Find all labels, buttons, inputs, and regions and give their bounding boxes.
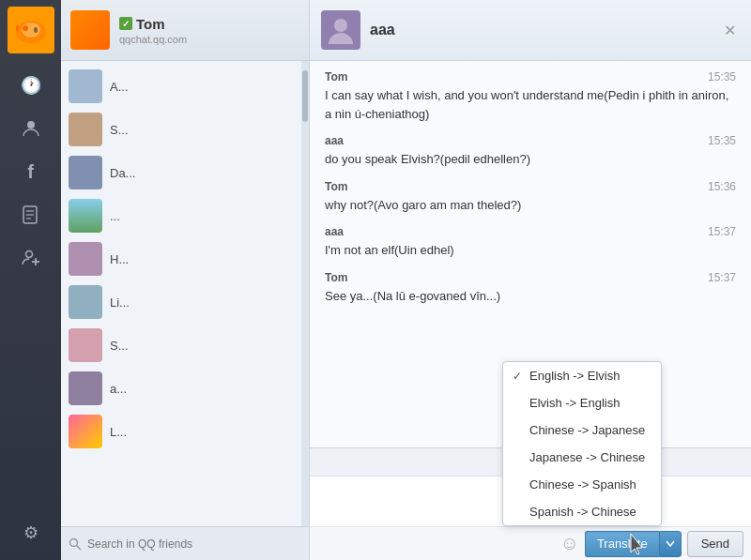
contact-name: ... [110, 209, 120, 223]
facebook-icon[interactable]: f [13, 154, 49, 189]
avatar [69, 371, 102, 405]
message-sender: Tom [325, 70, 347, 83]
message-sender: aaa [325, 225, 344, 238]
message-time: 15:37 [708, 271, 736, 284]
recipient-avatar [321, 10, 360, 50]
search-icon [69, 537, 82, 551]
avatar [69, 415, 102, 448]
dropdown-item-japanese-chinese[interactable]: Japanese -> Chinese [503, 444, 661, 471]
settings-icon[interactable]: ⚙ [13, 515, 49, 551]
message-text: I can say what I wish, and you won't und… [325, 86, 736, 123]
contact-name: H... [110, 252, 129, 266]
chat-header: aaa ✕ [310, 0, 751, 61]
contact-name: S... [110, 123, 129, 137]
contact-name: S... [110, 339, 129, 353]
avatar [69, 69, 102, 103]
message-meta: Tom 15:36 [325, 180, 736, 193]
avatar [69, 328, 102, 362]
chat-recipient-name: aaa [370, 22, 395, 38]
message-time: 15:37 [708, 225, 736, 238]
dropdown-item-chinese-japanese[interactable]: Chinese -> Japanese [503, 416, 661, 444]
contact-name: a... [110, 382, 127, 396]
svg-line-13 [77, 545, 82, 550]
contact-name: A... [110, 80, 129, 94]
contact-name: Li... [110, 295, 130, 310]
avatar [69, 199, 102, 233]
message-text: why not?(Avo garo am man theled?) [325, 196, 736, 215]
list-item[interactable]: A... [61, 65, 309, 108]
contacts-icon[interactable] [13, 111, 49, 146]
contact-header: ✓ Tom qqchat.qq.com [61, 0, 309, 61]
contact-panel: ✓ Tom qqchat.qq.com A... S... Da... ... … [61, 0, 310, 560]
svg-point-9 [25, 251, 32, 258]
chat-area: aaa ✕ Tom 15:35 I can say what I wish, a… [310, 0, 751, 560]
message-time: 15:36 [708, 180, 736, 193]
message-block: Tom 15:35 I can say what I wish, and you… [325, 70, 736, 123]
user-info: ✓ Tom qqchat.qq.com [119, 16, 299, 45]
list-item[interactable]: Li... [61, 280, 309, 324]
dropdown-item-elvish-english[interactable]: Elvish -> English [503, 389, 661, 416]
svg-point-12 [70, 538, 78, 546]
check-icon: ✓ [513, 370, 522, 383]
translate-dropdown: ✓ English -> Elvish Elvish -> English Ch… [502, 361, 662, 526]
sidebar-icon-list: 🕐 f [13, 68, 49, 515]
sidebar: 🕐 f ⚙ [0, 0, 61, 560]
list-item[interactable]: H... [61, 237, 309, 280]
scrollbar-thumb[interactable] [302, 70, 308, 122]
message-text: do you speak Elvish?(pedil edhellen?) [325, 150, 736, 169]
user-avatar [70, 10, 110, 50]
dropdown-item-chinese-spanish[interactable]: Chinese -> Spanish [503, 471, 661, 498]
svg-point-15 [334, 19, 347, 32]
message-text: See ya...(Na lû e-govaned vîn...) [325, 287, 736, 306]
avatar [69, 285, 102, 319]
translate-button[interactable]: Translate [585, 531, 659, 557]
dropdown-item-spanish-chinese[interactable]: Spanish -> Chinese [503, 498, 661, 525]
svg-point-4 [27, 121, 35, 129]
document-icon[interactable] [13, 197, 49, 233]
emoji-icon[interactable]: ☺ [559, 533, 578, 554]
user-name: Tom [136, 16, 165, 32]
message-meta: aaa 15:37 [325, 225, 736, 238]
translate-dropdown-toggle[interactable] [659, 531, 682, 557]
message-meta: Tom 15:37 [325, 271, 736, 284]
message-meta: aaa 15:35 [325, 134, 736, 147]
translate-button-group: Translate [585, 531, 682, 557]
list-item[interactable]: L... [61, 410, 309, 453]
chat-input-area: ☺ ✓ English -> Elvish Elvish -> English … [310, 447, 751, 560]
add-friend-icon[interactable] [13, 240, 49, 276]
message-time: 15:35 [708, 134, 736, 147]
dropdown-item-english-elvish[interactable]: ✓ English -> Elvish [503, 362, 661, 389]
avatar [69, 156, 102, 189]
list-item[interactable]: S... [61, 324, 309, 367]
list-item[interactable]: Da... [61, 151, 309, 194]
message-block: aaa 15:37 I'm not an elf(Uin edhel) [325, 225, 736, 260]
message-sender: Tom [325, 271, 347, 284]
svg-point-3 [34, 27, 38, 33]
user-name-row: ✓ Tom [119, 16, 299, 32]
svg-point-2 [23, 25, 28, 31]
contact-name: Da... [110, 166, 135, 180]
contact-search [61, 526, 309, 560]
message-meta: Tom 15:35 [325, 70, 736, 83]
chat-header-left: aaa [321, 10, 395, 50]
contact-list: A... S... Da... ... H... Li... S... a.. [61, 61, 309, 526]
status-checkbox: ✓ [119, 17, 132, 30]
avatar[interactable] [8, 7, 54, 53]
message-time: 15:35 [708, 70, 736, 83]
scrollbar-track [301, 61, 309, 526]
input-footer: ☺ ✓ English -> Elvish Elvish -> English … [310, 526, 751, 560]
list-item[interactable]: a... [61, 367, 309, 410]
message-block: Tom 15:37 See ya...(Na lû e-govaned vîn.… [325, 271, 736, 306]
message-sender: aaa [325, 134, 344, 147]
user-sub: qqchat.qq.com [119, 34, 299, 45]
avatar [69, 113, 102, 146]
message-text: I'm not an elf(Uin edhel) [325, 241, 736, 260]
list-item[interactable]: S... [61, 108, 309, 151]
contact-name: L... [110, 425, 127, 439]
clock-icon[interactable]: 🕐 [13, 68, 49, 103]
list-item[interactable]: ... [61, 194, 309, 237]
send-button[interactable]: Send [687, 531, 743, 557]
message-sender: Tom [325, 180, 347, 193]
close-icon[interactable]: ✕ [720, 18, 740, 43]
search-input[interactable] [87, 537, 301, 551]
